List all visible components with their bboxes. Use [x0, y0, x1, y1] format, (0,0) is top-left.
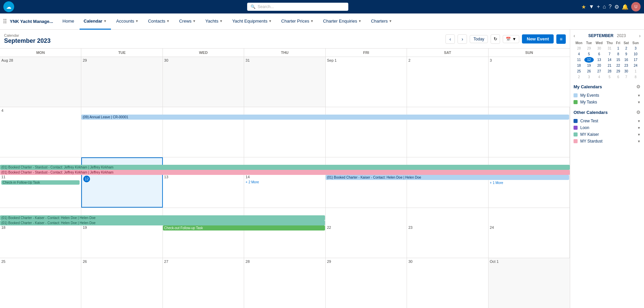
event-kaiser-helen-w4-2[interactable]: (01) Booked Charter - Kaiser - Contact: … [0, 220, 325, 225]
mini-cal-day[interactable]: 22 [614, 63, 622, 68]
mini-cal-day[interactable]: 30 [594, 45, 605, 51]
mini-cal-day[interactable]: 23 [622, 63, 631, 68]
app-grid-icon[interactable]: ⠿ [3, 18, 7, 25]
cell-oct1[interactable]: Oct 1 [489, 258, 570, 308]
mini-cal-day[interactable]: 6 [594, 51, 605, 57]
mini-cal-day[interactable]: 3 [584, 74, 594, 80]
cell-sep27[interactable]: 27 [163, 258, 244, 308]
mini-cal-day[interactable]: 11 [574, 57, 584, 63]
event-stardust-jeffery-2[interactable]: (01) Booked Charter - Stardust - Contact… [0, 170, 570, 175]
waffle-icon[interactable]: ▼ [589, 4, 594, 10]
mini-cal-day[interactable]: 7 [605, 51, 614, 57]
nav-item-accounts[interactable]: Accounts ▼ [112, 13, 143, 30]
crew-test-arrow[interactable]: ▼ [637, 119, 641, 123]
mini-next-month[interactable]: › [639, 33, 641, 38]
avatar[interactable]: U [631, 2, 641, 11]
event-stardust-jeffery-1[interactable]: (01) Booked Charter - Stardust - Contact… [0, 165, 570, 170]
mini-cal-day[interactable]: 30 [622, 68, 631, 74]
nav-item-crews[interactable]: Crews ▼ [175, 13, 200, 30]
mini-cal-day[interactable]: 8 [614, 51, 622, 57]
salesforce-logo[interactable]: ☁ [3, 1, 14, 12]
mini-cal-day[interactable]: 1 [614, 45, 622, 51]
cell-sep30[interactable]: 30 [407, 258, 488, 308]
mini-cal-day[interactable]: 6 [614, 74, 622, 80]
mini-cal-day[interactable]: 31 [605, 45, 614, 51]
mini-cal-day[interactable]: 16 [622, 57, 631, 63]
my-tasks-arrow[interactable]: ▼ [637, 100, 641, 104]
view-picker-button[interactable]: 📅 ▼ [503, 35, 519, 43]
cell-sep26[interactable]: 26 [81, 258, 163, 308]
nav-item-charters[interactable]: Charters ▼ [367, 13, 396, 30]
cell-sep22[interactable]: 22 [326, 208, 407, 258]
next-month-button[interactable]: › [458, 34, 467, 44]
my-calendars-gear-icon[interactable]: ⚙ [636, 84, 641, 89]
cell-sep29[interactable]: 29 [326, 258, 407, 308]
mini-cal-day[interactable]: 1 [631, 68, 641, 74]
nav-item-yacht-equipments[interactable]: Yacht Equipments ▼ [228, 13, 276, 30]
today-button[interactable]: Today [470, 35, 488, 43]
mini-prev-month[interactable]: ‹ [574, 33, 575, 38]
event-annual-leave[interactable]: (09) Annual Leave | CR-00001 [81, 115, 569, 120]
event-checkin-followup[interactable]: Check-in Follow-Up Task [1, 180, 80, 185]
cell-sep4[interactable]: 4 [0, 107, 81, 157]
mini-cal-day[interactable]: 15 [614, 57, 622, 63]
mini-cal-day[interactable]: 2 [622, 45, 631, 51]
my-stardust-arrow[interactable]: ▼ [637, 140, 641, 143]
mini-cal-day[interactable]: 7 [622, 74, 631, 80]
mini-cal-day[interactable]: 28 [574, 45, 584, 51]
mini-cal-day[interactable]: 24 [631, 63, 641, 68]
cell-sep23[interactable]: 23 [407, 208, 488, 258]
mini-cal-day[interactable]: 26 [584, 68, 594, 74]
cell-sep28[interactable]: 28 [244, 258, 325, 308]
mini-cal-day[interactable]: 10 [631, 51, 641, 57]
help-icon[interactable]: ? [609, 4, 612, 10]
mini-cal-day[interactable]: 19 [584, 63, 594, 68]
refresh-button[interactable]: ↻ [491, 34, 500, 44]
mini-cal-day[interactable]: 5 [584, 51, 594, 57]
sidebar-toggle-button[interactable]: ≡ [556, 34, 566, 44]
cell-sep1[interactable]: Sep 1 [326, 57, 407, 107]
mini-cal-day[interactable]: 5 [605, 74, 614, 80]
event-kaiser-helen-w3[interactable]: (01) Booked Charter - Kaiser - Contact: … [326, 175, 569, 180]
home-icon[interactable]: ⌂ [603, 4, 606, 10]
mini-cal-day[interactable]: 8 [631, 74, 641, 80]
mini-cal-day[interactable]: 20 [594, 63, 605, 68]
search-box[interactable]: 🔍 Search... [247, 3, 348, 11]
mini-cal-day[interactable]: 28 [605, 68, 614, 74]
loon-arrow[interactable]: ▼ [637, 126, 641, 130]
more-link-sep17[interactable]: + 1 More [490, 181, 503, 185]
mini-cal-year[interactable]: 2023 [617, 33, 626, 38]
cell-sep25[interactable]: 25 [0, 258, 81, 308]
other-calendars-gear-icon[interactable]: ⚙ [636, 110, 641, 115]
mini-cal-day[interactable]: 18 [574, 63, 584, 68]
settings-icon[interactable]: ⚙ [614, 4, 619, 10]
cell-aug31[interactable]: 31 [244, 57, 325, 107]
mini-cal-day[interactable]: 4 [574, 51, 584, 57]
mini-cal-day[interactable]: 17 [631, 57, 641, 63]
cell-aug30[interactable]: 30 [163, 57, 244, 107]
mini-cal-day[interactable]: 14 [605, 57, 614, 63]
mini-cal-day[interactable]: 29 [614, 68, 622, 74]
mini-cal-day[interactable]: 12 [584, 57, 594, 63]
cell-sep3[interactable]: 3 [489, 57, 570, 107]
nav-item-yachts[interactable]: Yachts ▼ [201, 13, 227, 30]
nav-item-charter-prices[interactable]: Charter Prices ▼ [277, 13, 318, 30]
more-link-sep14[interactable]: + 2 More [244, 180, 259, 184]
mini-cal-day[interactable]: 4 [594, 74, 605, 80]
nav-item-charter-enquiries[interactable]: Charter Enquiries ▼ [319, 13, 365, 30]
mini-cal-day[interactable]: 2 [574, 74, 584, 80]
mini-cal-day[interactable]: 21 [605, 63, 614, 68]
my-events-arrow[interactable]: ▼ [637, 94, 641, 97]
mini-cal-day[interactable]: 27 [594, 68, 605, 74]
add-icon[interactable]: + [597, 4, 600, 10]
event-checkout-followup[interactable]: Check-out Follow-up Task [163, 225, 325, 230]
favorites-icon[interactable]: ★ [581, 4, 586, 10]
prev-month-button[interactable]: ‹ [445, 34, 455, 44]
cell-aug29[interactable]: 29 [81, 57, 163, 107]
nav-item-calendar[interactable]: Calendar ▼ [80, 13, 111, 30]
cell-aug28[interactable]: Aug 28 [0, 57, 81, 107]
bell-icon[interactable]: 🔔 [622, 4, 628, 10]
nav-item-contacts[interactable]: Contacts ▼ [144, 13, 174, 30]
mini-cal-day[interactable]: 25 [574, 68, 584, 74]
my-kaiser-arrow[interactable]: ▼ [637, 133, 641, 136]
